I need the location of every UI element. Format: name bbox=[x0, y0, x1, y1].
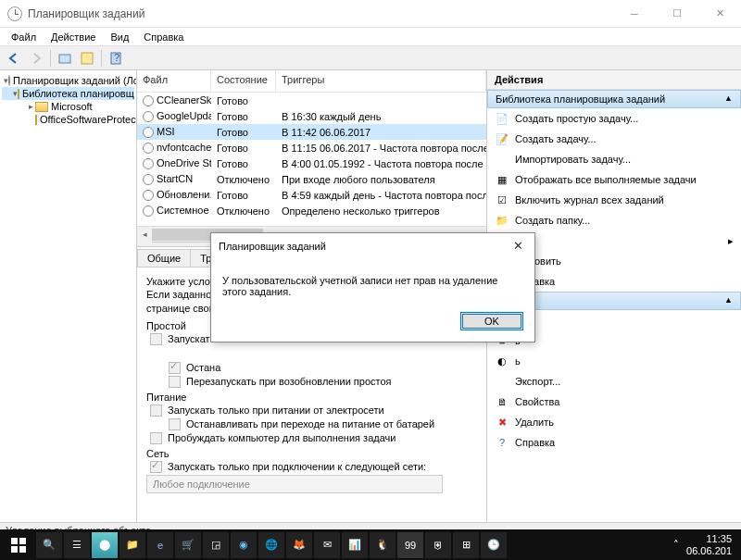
dialog-title: Планировщик заданий bbox=[219, 241, 326, 252]
dialog-ok-button[interactable]: OK bbox=[460, 312, 523, 330]
dialog-message: У пользовательской учетной записи нет пр… bbox=[211, 258, 534, 305]
error-dialog: Планировщик заданий ✕ У пользовательской… bbox=[210, 232, 535, 342]
dialog-close-button[interactable]: ✕ bbox=[509, 239, 527, 253]
dialog-overlay: Планировщик заданий ✕ У пользовательской… bbox=[0, 0, 741, 560]
